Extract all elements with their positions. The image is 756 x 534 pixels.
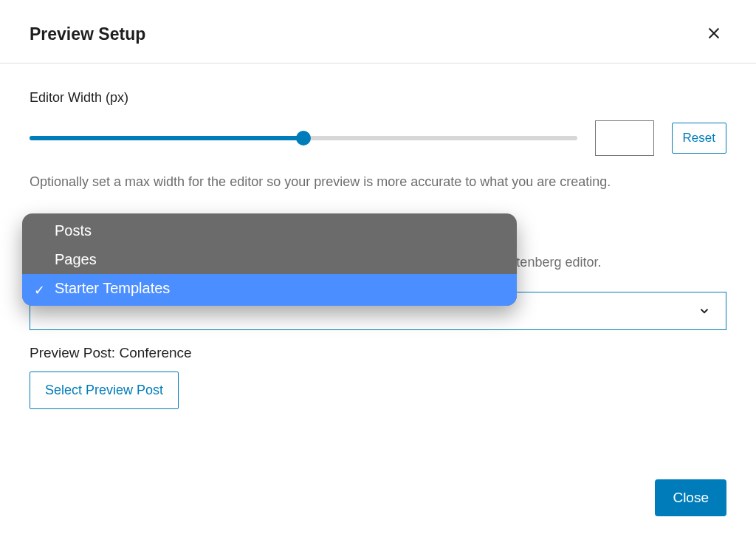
dropdown-item-starter-templates[interactable]: ✓ Starter Templates — [22, 274, 517, 306]
modal-title: Preview Setup — [30, 24, 145, 44]
dropdown-item-label: Starter Templates — [55, 280, 170, 296]
reset-button[interactable]: Reset — [672, 123, 726, 154]
chevron-down-icon — [698, 304, 711, 318]
slider-thumb[interactable] — [296, 131, 311, 146]
dropdown-item-posts[interactable]: Posts — [22, 213, 517, 245]
modal-header: Preview Setup — [0, 0, 756, 64]
select-preview-post-button[interactable]: Select Preview Post — [30, 372, 179, 409]
editor-width-label: Editor Width (px) — [30, 90, 726, 106]
close-icon-button[interactable] — [701, 21, 726, 48]
check-icon: ✓ — [34, 282, 45, 298]
dropdown-item-label: Posts — [55, 222, 92, 239]
preview-post-label: Preview Post: Conference — [30, 345, 726, 361]
close-icon — [706, 25, 722, 41]
modal-body: Editor Width (px) Reset Optionally set a… — [0, 64, 756, 424]
post-type-dropdown: Posts Pages ✓ Starter Templates — [22, 213, 517, 306]
preview-setup-modal: Preview Setup Editor Width (px) Reset Op… — [0, 0, 756, 534]
editor-width-slider[interactable] — [30, 132, 577, 144]
editor-width-row: Reset — [30, 120, 726, 156]
post-type-select-wrap: Posts Pages ✓ Starter Templates — [30, 292, 726, 330]
close-button[interactable]: Close — [655, 479, 726, 516]
modal-footer: Close — [655, 479, 726, 516]
dropdown-item-pages[interactable]: Pages — [22, 245, 517, 274]
editor-width-help: Optionally set a max width for the edito… — [30, 172, 726, 192]
editor-width-input[interactable] — [595, 120, 654, 156]
dropdown-item-label: Pages — [55, 251, 97, 267]
slider-fill — [30, 136, 303, 140]
